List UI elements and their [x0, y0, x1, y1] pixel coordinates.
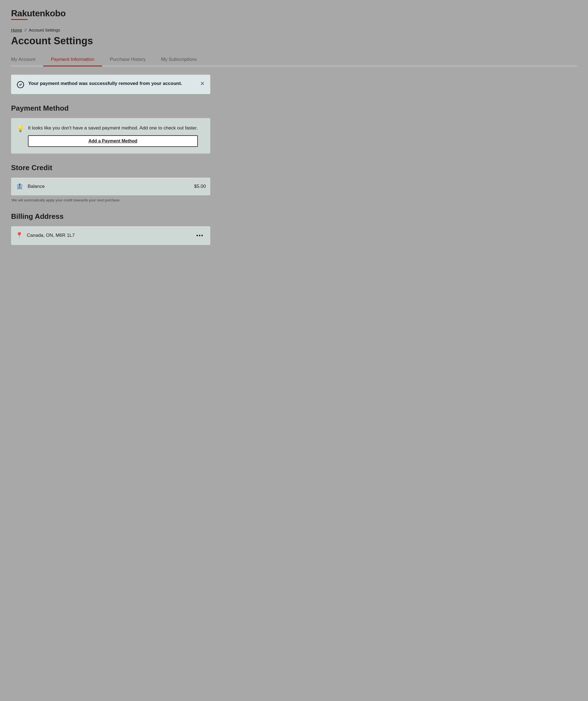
location-pin-icon: 📍: [15, 232, 23, 239]
logo-part1: Rakuten: [11, 8, 45, 18]
success-banner: Your payment method was successfully rem…: [11, 75, 210, 94]
logo-underline: [11, 19, 28, 20]
tab-payment-information[interactable]: Payment Information: [43, 53, 102, 66]
balance-amount: $5.00: [194, 184, 206, 189]
logo-part2: kobo: [45, 8, 65, 18]
tab-my-subscriptions[interactable]: My Subscriptions: [153, 53, 204, 66]
breadcrumb-current: Account Settings: [29, 28, 60, 32]
breadcrumb-separator: //: [24, 28, 27, 32]
page-title: Account Settings: [11, 35, 577, 47]
breadcrumb: Home // Account Settings: [11, 28, 577, 32]
credit-note: We will automatically apply your credit …: [12, 198, 210, 202]
success-message: Your payment method was successfully rem…: [28, 80, 182, 87]
close-banner-button[interactable]: ✕: [200, 81, 205, 86]
rakuten-kobo-logo: Rakutenkobo: [11, 8, 577, 20]
wallet-icon: 🏦: [15, 183, 24, 190]
store-credit-section: Store Credit 🏦 Balance $5.00 We will aut…: [11, 164, 210, 202]
success-banner-left: Your payment method was successfully rem…: [17, 80, 182, 88]
tabs-nav: My Account Payment Information Purchase …: [11, 53, 577, 66]
billing-address-title: Billing Address: [11, 212, 210, 221]
credit-balance-row: 🏦 Balance $5.00: [11, 178, 210, 195]
check-circle-icon: [17, 81, 24, 88]
billing-address-section: Billing Address 📍 Canada, ON, M6R 1L7 ••…: [11, 212, 210, 245]
info-box-content: It looks like you don't have a saved pay…: [28, 125, 198, 147]
address-more-options-button[interactable]: •••: [194, 231, 206, 240]
payment-method-title: Payment Method: [11, 104, 210, 112]
logo-text: Rakutenkobo: [11, 8, 577, 19]
add-payment-method-button[interactable]: Add a Payment Method: [28, 135, 198, 147]
tab-my-account[interactable]: My Account: [11, 53, 43, 66]
no-payment-info-box: 💡 It looks like you don't have a saved p…: [11, 118, 210, 154]
address-text: Canada, ON, M6R 1L7: [27, 233, 190, 238]
main-content: Your payment method was successfully rem…: [11, 75, 210, 245]
store-credit-title: Store Credit: [11, 164, 210, 172]
address-row: 📍 Canada, ON, M6R 1L7 •••: [11, 226, 210, 245]
breadcrumb-home-link[interactable]: Home: [11, 28, 22, 32]
tab-purchase-history[interactable]: Purchase History: [102, 53, 153, 66]
bulb-icon: 💡: [17, 125, 24, 133]
balance-label: Balance: [28, 184, 190, 189]
info-box-text: It looks like you don't have a saved pay…: [28, 125, 198, 132]
